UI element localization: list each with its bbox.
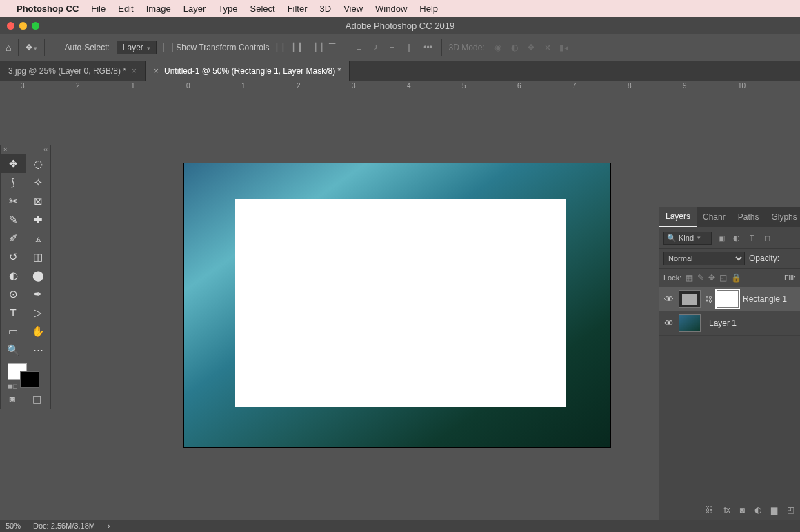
menu-edit[interactable]: Edit: [118, 3, 133, 14]
zoom-button[interactable]: [32, 22, 39, 30]
orbit-3d-icon: ◉: [492, 43, 504, 52]
more-options-icon[interactable]: •••: [422, 43, 434, 52]
dodge-tool[interactable]: ⊙: [1, 285, 26, 303]
blend-mode-dropdown[interactable]: Normal: [663, 252, 745, 265]
filter-type-icon[interactable]: T: [746, 232, 757, 243]
crop-tool[interactable]: ✂: [1, 192, 26, 210]
menu-3d[interactable]: 3D: [320, 3, 332, 14]
menu-layer[interactable]: Layer: [183, 3, 206, 14]
layer-thumbnail[interactable]: [679, 290, 701, 308]
marquee-tool[interactable]: ◌: [26, 154, 50, 173]
tab-channels[interactable]: Chanr: [697, 207, 732, 227]
fx-icon[interactable]: fx: [723, 505, 730, 515]
gradient-tool[interactable]: ◐: [1, 266, 26, 285]
close-icon[interactable]: ×: [154, 66, 159, 76]
distribute-vc-icon[interactable]: ⫱: [370, 43, 382, 52]
default-colors-icon[interactable]: ◼◻: [8, 382, 17, 389]
auto-select-checkbox[interactable]: Auto-Select:: [52, 43, 109, 53]
filter-shape-icon[interactable]: ◻: [761, 232, 772, 243]
path-select-tool[interactable]: ▷: [26, 303, 50, 322]
lock-artboard-icon[interactable]: ◰: [719, 273, 727, 283]
menu-filter[interactable]: Filter: [288, 3, 308, 14]
blur-tool[interactable]: ⬤: [26, 266, 50, 285]
opacity-label: Opacity:: [749, 254, 779, 263]
tab-layers[interactable]: Layers: [659, 207, 697, 227]
lock-all-icon[interactable]: 🔒: [731, 273, 741, 283]
layer-name[interactable]: Layer 1: [709, 318, 737, 328]
link-icon[interactable]: ⛓: [705, 295, 712, 303]
menu-help[interactable]: Help: [419, 3, 438, 14]
quick-mask-icon[interactable]: ◙: [10, 393, 15, 405]
layer-row[interactable]: 👁 Layer 1: [659, 311, 800, 336]
move-tool[interactable]: ✥: [1, 154, 26, 173]
filter-pixel-icon[interactable]: ▣: [716, 232, 727, 243]
pen-tool[interactable]: ✒: [26, 285, 50, 303]
mask-icon[interactable]: ◙: [740, 505, 745, 515]
align-top-icon[interactable]: ▔: [326, 43, 339, 52]
menu-image[interactable]: Image: [146, 3, 171, 14]
menu-select[interactable]: Select: [250, 3, 274, 14]
menu-app[interactable]: Photoshop CC: [17, 3, 79, 14]
layer-thumbnail[interactable]: [679, 314, 701, 332]
edit-toolbar[interactable]: ⋯: [26, 340, 50, 359]
adjustment-icon[interactable]: ◐: [754, 505, 761, 515]
close-icon[interactable]: ×: [3, 146, 7, 153]
visibility-icon[interactable]: 👁: [663, 294, 674, 305]
close-button[interactable]: [7, 22, 14, 30]
collapse-icon[interactable]: ‹‹: [43, 146, 48, 153]
auto-select-dropdown[interactable]: Layer ▾: [117, 41, 157, 54]
lasso-tool[interactable]: ⟆: [1, 173, 26, 192]
mask-thumbnail[interactable]: [717, 290, 739, 308]
align-left-icon[interactable]: ▏▏: [277, 43, 289, 52]
rectangle-shape[interactable]: [235, 199, 566, 407]
lock-transparent-icon[interactable]: ▦: [686, 273, 693, 283]
tab-glyphs[interactable]: Glyphs: [765, 207, 800, 227]
history-brush-tool[interactable]: ↺: [1, 247, 26, 266]
healing-tool[interactable]: ✚: [26, 210, 50, 229]
layer-name[interactable]: Rectangle 1: [743, 294, 787, 304]
link-layers-icon[interactable]: ⛓: [706, 505, 714, 515]
rectangle-tool[interactable]: ▭: [1, 322, 26, 340]
type-tool[interactable]: T: [1, 303, 26, 322]
document-tab[interactable]: × Untitled-1 @ 50% (Rectangle 1, Layer M…: [146, 61, 350, 81]
zoom-tool[interactable]: 🔍: [1, 340, 26, 359]
frame-tool[interactable]: ⊠: [26, 192, 50, 210]
document-tabs: 3.jpg @ 25% (Layer 0, RGB/8) * × × Untit…: [0, 61, 800, 81]
doc-size[interactable]: Doc: 2.56M/3.18M: [33, 522, 95, 530]
tab-paths[interactable]: Paths: [732, 207, 766, 227]
status-arrow-icon[interactable]: ›: [108, 522, 110, 530]
layer-filter-dropdown[interactable]: 🔍 Kind▾: [663, 232, 712, 245]
distribute-bottom-icon[interactable]: ⫟: [386, 43, 399, 52]
layer-row[interactable]: 👁 ⛓ Rectangle 1: [659, 287, 800, 311]
distribute-top-icon[interactable]: ⫠: [353, 43, 366, 52]
document-tab[interactable]: 3.jpg @ 25% (Layer 0, RGB/8) * ×: [0, 61, 146, 81]
home-icon[interactable]: ⌂: [6, 42, 11, 53]
menu-view[interactable]: View: [343, 3, 363, 14]
visibility-icon[interactable]: 👁: [663, 318, 674, 329]
magic-wand-tool[interactable]: ✧: [26, 173, 50, 192]
align-right-icon[interactable]: ▕▕: [310, 43, 322, 52]
lock-pixels-icon[interactable]: ✎: [697, 273, 704, 283]
new-layer-icon[interactable]: ◰: [787, 505, 794, 515]
lock-position-icon[interactable]: ✥: [708, 273, 715, 283]
color-swatches[interactable]: ◼◻: [1, 362, 50, 391]
zoom-level[interactable]: 50%: [6, 522, 21, 530]
close-icon[interactable]: ×: [132, 66, 137, 76]
screen-mode-icon[interactable]: ◰: [32, 393, 41, 405]
background-swatch[interactable]: [20, 371, 39, 388]
menu-window[interactable]: Window: [375, 3, 407, 14]
distribute-left-icon[interactable]: ‖: [403, 43, 415, 52]
menu-type[interactable]: Type: [218, 3, 237, 14]
eraser-tool[interactable]: ◫: [26, 247, 50, 266]
move-tool-icon[interactable]: ✥▾: [26, 43, 37, 52]
group-icon[interactable]: ▆: [771, 505, 777, 515]
menu-file[interactable]: File: [91, 3, 106, 14]
show-transform-checkbox[interactable]: Show Transform Controls: [163, 43, 269, 53]
align-hcenter-icon[interactable]: ▎▎: [293, 43, 306, 52]
brush-tool[interactable]: ✐: [1, 229, 26, 247]
eyedropper-tool[interactable]: ✎: [1, 210, 26, 229]
clone-stamp-tool[interactable]: ⟁: [26, 229, 50, 247]
filter-adjust-icon[interactable]: ◐: [731, 232, 742, 243]
hand-tool[interactable]: ✋: [26, 322, 50, 340]
minimize-button[interactable]: [19, 22, 27, 30]
